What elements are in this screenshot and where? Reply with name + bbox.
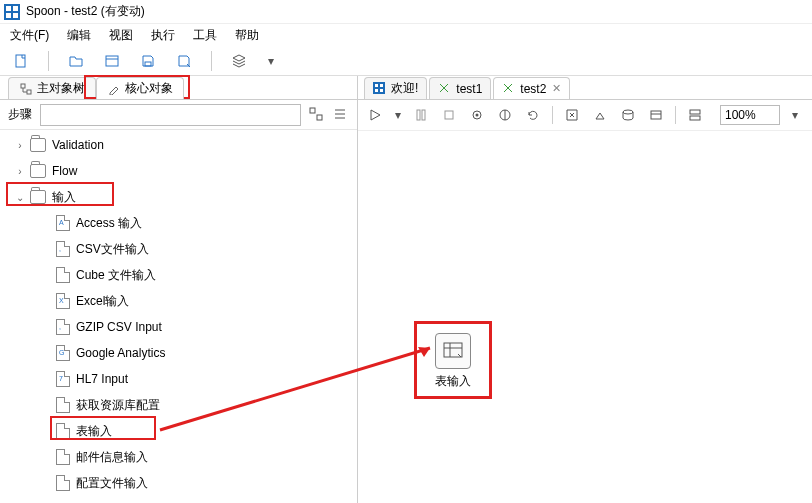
verify-icon[interactable]: [563, 106, 581, 124]
stop-icon[interactable]: [440, 106, 458, 124]
menu-help[interactable]: 帮助: [235, 27, 259, 44]
save-as-icon[interactable]: [175, 52, 193, 70]
show-results-icon[interactable]: [686, 106, 704, 124]
svg-rect-16: [375, 84, 378, 87]
app-small-icon: [373, 82, 387, 96]
tab-welcome[interactable]: 欢迎!: [364, 77, 427, 99]
document-icon: 7: [56, 371, 70, 387]
perspective-icon[interactable]: [230, 52, 248, 70]
svg-rect-9: [27, 90, 31, 94]
tab-core-objects[interactable]: 核心对象: [96, 77, 184, 99]
tree-item-table-input[interactable]: 表输入: [0, 418, 357, 444]
tab-test1[interactable]: test1: [429, 77, 491, 99]
tree-item[interactable]: Cube 文件输入: [0, 262, 357, 288]
tree-view[interactable]: › Validation › Flow ⌄ 输入 AAccess 输入 ,CSV…: [0, 130, 357, 503]
sidebar-tabs: 主对象树 核心对象: [0, 76, 357, 100]
node-label: 表输入: [423, 373, 483, 390]
window-title: Spoon - test2 (有变动): [26, 3, 145, 20]
chevron-down-icon[interactable]: ▾: [790, 106, 800, 124]
preview-icon[interactable]: [468, 106, 486, 124]
tab-test2-label: test2: [520, 82, 546, 96]
expand-icon[interactable]: ›: [10, 166, 30, 177]
document-icon: [56, 397, 70, 413]
tree-item-label: 配置文件输入: [76, 475, 148, 492]
save-icon[interactable]: [139, 52, 157, 70]
tree-item[interactable]: ,CSV文件输入: [0, 236, 357, 262]
svg-rect-22: [445, 111, 453, 119]
collapse-icon[interactable]: ⌄: [10, 192, 30, 203]
tree-item[interactable]: XExcel输入: [0, 288, 357, 314]
node-box: [435, 333, 471, 369]
tree-label: Validation: [52, 138, 104, 152]
collapse-all-icon[interactable]: [333, 107, 349, 123]
tree-item-label: 邮件信息输入: [76, 449, 148, 466]
tree-item[interactable]: ,GZIP CSV Input: [0, 314, 357, 340]
tree-item-label: CSV文件输入: [76, 241, 149, 258]
tree-item-label: Google Analytics: [76, 346, 165, 360]
replay-icon[interactable]: [524, 106, 542, 124]
run-options-icon[interactable]: ▾: [394, 106, 402, 124]
tree-item[interactable]: 配置文件输入: [0, 470, 357, 496]
main-area: 主对象树 核心对象 步骤 › Validation ›: [0, 76, 812, 503]
menu-view[interactable]: 视图: [109, 27, 133, 44]
tree-folder-validation[interactable]: › Validation: [0, 132, 357, 158]
svg-rect-18: [375, 89, 378, 92]
explore-db-icon[interactable]: [647, 106, 665, 124]
zoom-input[interactable]: [720, 105, 780, 125]
tree-item[interactable]: 获取资源库配置: [0, 392, 357, 418]
toolbar-separator: [211, 51, 212, 71]
svg-rect-2: [6, 13, 11, 18]
tree-item-label: HL7 Input: [76, 372, 128, 386]
explore-icon[interactable]: [103, 52, 121, 70]
new-file-icon[interactable]: [12, 52, 30, 70]
tree-item[interactable]: GGoogle Analytics: [0, 340, 357, 366]
document-icon: A: [56, 215, 70, 231]
svg-rect-10: [310, 108, 315, 113]
impact-icon[interactable]: [591, 106, 609, 124]
chevron-down-icon[interactable]: ▾: [266, 52, 276, 70]
pause-icon[interactable]: [412, 106, 430, 124]
tree-icon: [19, 82, 33, 96]
menu-tools[interactable]: 工具: [193, 27, 217, 44]
tree-item[interactable]: 7HL7 Input: [0, 366, 357, 392]
toolbar-separator: [552, 106, 553, 124]
search-input[interactable]: [40, 104, 301, 126]
svg-rect-4: [16, 55, 25, 67]
open-icon[interactable]: [67, 52, 85, 70]
expand-icon[interactable]: ›: [10, 140, 30, 151]
app-icon: [4, 4, 20, 20]
sql-icon[interactable]: [619, 106, 637, 124]
menu-file[interactable]: 文件(F): [10, 27, 49, 44]
tab-welcome-label: 欢迎!: [391, 80, 418, 97]
svg-rect-0: [6, 6, 11, 11]
main-toolbar: ▾: [0, 46, 812, 76]
svg-rect-11: [317, 115, 322, 120]
svg-rect-19: [380, 89, 383, 92]
menubar: 文件(F) 编辑 视图 执行 工具 帮助: [0, 24, 812, 46]
debug-icon[interactable]: [496, 106, 514, 124]
menu-run[interactable]: 执行: [151, 27, 175, 44]
tree-folder-input[interactable]: ⌄ 输入: [0, 184, 357, 210]
tree-item-label: GZIP CSV Input: [76, 320, 162, 334]
menu-edit[interactable]: 编辑: [67, 27, 91, 44]
tree-item[interactable]: 邮件信息输入: [0, 444, 357, 470]
tree-folder-flow[interactable]: › Flow: [0, 158, 357, 184]
document-icon: [56, 449, 70, 465]
close-tab-icon[interactable]: ✕: [552, 82, 561, 95]
tab-test2[interactable]: test2 ✕: [493, 77, 570, 99]
tree-item[interactable]: AAccess 输入: [0, 210, 357, 236]
canvas[interactable]: 表输入: [358, 130, 812, 503]
svg-rect-8: [21, 84, 25, 88]
expand-all-icon[interactable]: [309, 107, 325, 123]
search-row: 步骤: [0, 100, 357, 130]
svg-rect-17: [380, 84, 383, 87]
toolbar-separator: [48, 51, 49, 71]
svg-point-24: [476, 114, 479, 117]
canvas-node-table-input[interactable]: 表输入: [423, 333, 483, 390]
svg-rect-28: [651, 111, 661, 119]
run-icon[interactable]: [366, 106, 384, 124]
tab-main-tree[interactable]: 主对象树: [8, 77, 96, 99]
pencil-icon: [107, 82, 121, 96]
svg-rect-7: [145, 62, 151, 66]
svg-rect-15: [373, 82, 385, 94]
